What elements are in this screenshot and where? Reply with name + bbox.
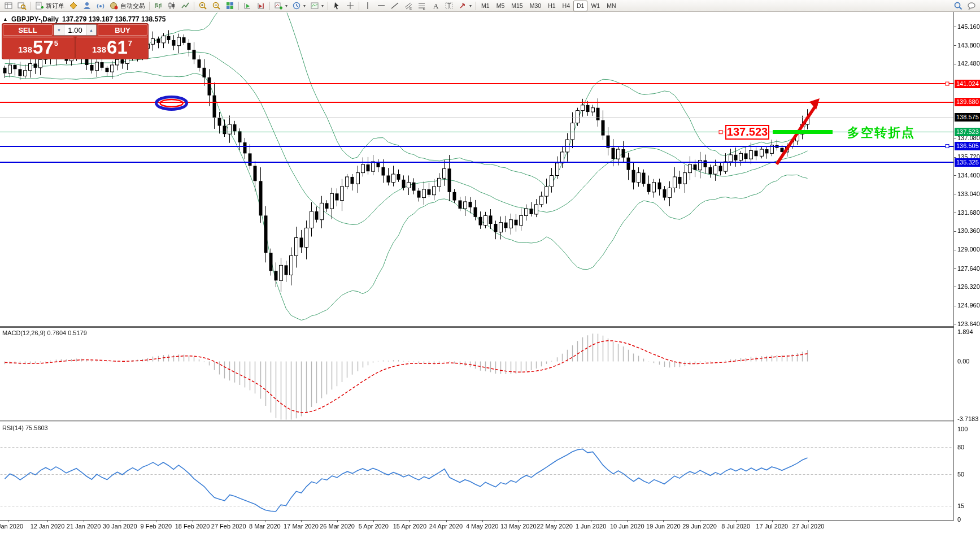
timeframe-d1[interactable]: D1: [573, 1, 587, 11]
timeframe-m1[interactable]: M1: [478, 1, 493, 11]
arrows-button[interactable]: ▾: [456, 0, 474, 11]
periods-icon: [292, 1, 301, 10]
metaeditor-button[interactable]: [67, 0, 80, 11]
zoom-out-button[interactable]: [210, 0, 223, 11]
indicators-button[interactable]: ▾: [272, 0, 290, 11]
level-line-139.680[interactable]: [0, 102, 953, 103]
autotrading-button[interactable]: 自动交易: [107, 0, 147, 11]
date-label: 15 Apr 2020: [393, 523, 426, 530]
timeframe-m15[interactable]: M15: [508, 1, 526, 11]
toolbar-separator: [31, 2, 31, 10]
volume-decrease-button[interactable]: ▼: [54, 25, 64, 35]
line-chart-button[interactable]: [178, 0, 192, 11]
horizontal-line-icon: [377, 1, 386, 10]
auto-scroll-icon: [243, 1, 252, 10]
price-tick-mark: [953, 27, 956, 27]
chart-shift-button[interactable]: [254, 0, 268, 11]
rsi-tick-label: 0: [957, 516, 961, 523]
market-watch-icon: [4, 1, 13, 10]
date-label: 8 Jul 2020: [721, 523, 750, 530]
data-window-icon: [18, 1, 27, 10]
sell-price[interactable]: 138 57 5: [3, 37, 73, 58]
timeframe-w1[interactable]: W1: [587, 1, 603, 11]
macd-values: 0.7604 0.5179: [47, 330, 86, 336]
templates-button[interactable]: ▾: [308, 0, 326, 11]
level-label-139.680: 139.680: [955, 98, 980, 106]
panel-divider: [75, 37, 76, 58]
turning-point-annotation[interactable]: 多空转折点: [847, 124, 915, 141]
cursor-button[interactable]: [330, 0, 343, 11]
trendline-icon: [390, 1, 399, 10]
volume-increase-button[interactable]: ▲: [86, 25, 96, 35]
rsi-pane-title: RSI(14) 75.5603: [2, 424, 48, 431]
pane-divider: [0, 327, 954, 328]
vertical-line-button[interactable]: [361, 0, 374, 11]
chart-canvas[interactable]: [0, 0, 980, 533]
horizontal-line-button[interactable]: [374, 0, 388, 11]
date-tick-mark: [519, 520, 519, 522]
equidistant-channel-button[interactable]: E: [402, 0, 415, 11]
timeframe-h1[interactable]: H1: [545, 1, 559, 11]
volume-input[interactable]: 1.00: [64, 25, 86, 35]
buy-price[interactable]: 138 61 7: [77, 37, 147, 58]
macd-tick-label: 0.00: [957, 358, 969, 365]
buy-button[interactable]: BUY: [98, 24, 147, 36]
panel-collapse-icon[interactable]: ▲: [3, 16, 8, 22]
date-tick-mark: [193, 520, 193, 522]
price-tick-mark: [953, 287, 956, 287]
mt4-terminal: { "toolbar": { "buttons": [ {"name":"mar…: [0, 0, 980, 533]
level-line-141.024[interactable]: [0, 83, 953, 84]
community-button[interactable]: [80, 0, 94, 11]
search-button[interactable]: [951, 0, 965, 11]
chart-shift-icon: [256, 1, 265, 10]
periods-dropdown-icon: ▾: [303, 3, 306, 8]
chat-button[interactable]: [965, 0, 978, 11]
date-tick-mark: [555, 520, 555, 522]
date-tick-mark: [156, 520, 156, 522]
timeframe-h4[interactable]: H4: [559, 1, 573, 11]
zoom-in-button[interactable]: [196, 0, 210, 11]
text-label-button[interactable]: T: [442, 0, 456, 11]
timeframe-m30[interactable]: M30: [526, 1, 545, 11]
price-tick-mark: [953, 268, 956, 269]
sell-button[interactable]: SELL: [3, 24, 53, 36]
text-label-icon: T: [445, 1, 454, 10]
ohlc-readout: 137.279 139.187 136.777 138.575: [62, 15, 166, 23]
tile-windows-icon: [225, 1, 234, 10]
date-label: 9 Feb 2020: [141, 523, 172, 530]
toolbar-separator: [328, 2, 328, 10]
timeframe-m5[interactable]: M5: [493, 1, 508, 11]
date-label: 26 Mar 2020: [320, 523, 355, 530]
level-line-135.325[interactable]: [0, 162, 953, 163]
candle-chart-button[interactable]: [165, 0, 178, 11]
market-watch-button[interactable]: [2, 0, 15, 11]
date-label: 22 May 2020: [537, 523, 573, 530]
auto-scroll-button[interactable]: [241, 0, 254, 11]
crosshair-button[interactable]: [343, 0, 357, 11]
signals-button[interactable]: [94, 0, 107, 11]
periods-button[interactable]: ▾: [290, 0, 308, 11]
toolbar: 新订单自动交易▾▾▾EFAT▾M1M5M15M30H1H4D1W1MN: [0, 0, 980, 12]
chart-title: ▲ GBPJPY-,Daily 137.279 139.187 136.777 …: [3, 15, 165, 23]
rsi-tick-label: 80: [957, 444, 964, 450]
date-label: 1 Jun 2020: [576, 523, 606, 530]
arrows-icon: [458, 1, 467, 10]
tile-windows-button[interactable]: [223, 0, 237, 11]
level-line-136.505[interactable]: [0, 146, 953, 147]
green-zone-annotation[interactable]: [773, 130, 833, 134]
new-order-button[interactable]: 新订单: [33, 0, 67, 11]
text-button[interactable]: A: [429, 0, 442, 11]
date-tick-mark: [301, 520, 302, 522]
svg-text:E: E: [410, 7, 412, 10]
timeframe-mn[interactable]: MN: [603, 1, 619, 11]
bar-chart-button[interactable]: [151, 0, 165, 11]
date-tick-mark: [120, 520, 120, 522]
price-callout-box[interactable]: 137.523: [725, 125, 769, 140]
fibonacci-button[interactable]: F: [415, 0, 429, 11]
date-label: 12 Jan 2020: [31, 523, 65, 530]
data-window-button[interactable]: [15, 0, 29, 11]
equidistant-channel-icon: E: [404, 1, 413, 10]
level-label-137.523: 137.523: [955, 128, 980, 136]
trendline-button[interactable]: [388, 0, 402, 11]
price-tick-label: 133.040: [957, 190, 980, 197]
